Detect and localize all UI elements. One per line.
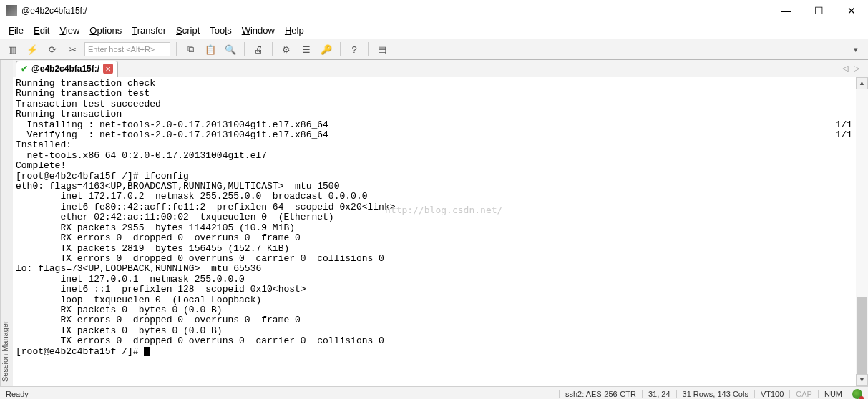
paste-icon[interactable]: 📋 <box>203 41 218 57</box>
terminal-line: TX packets 2819 bytes 156455 (152.7 KiB) <box>16 244 865 254</box>
status-cipher: ssh2: AES-256-CTR <box>559 390 642 398</box>
window-title: @e4b2c4bfa15f:/ <box>21 6 769 16</box>
menu-bar: File Edit View Options Transfer Script T… <box>0 21 868 39</box>
menu-window[interactable]: Window <box>242 25 275 36</box>
main-panel: ✔ @e4b2c4bfa15f:/ ✕ ◁ ▷ Running transact… <box>13 60 868 386</box>
reconnect-icon[interactable]: ⟳ <box>44 41 60 57</box>
divider <box>340 42 341 56</box>
menu-tools[interactable]: Tools <box>210 25 231 36</box>
menu-options[interactable]: Options <box>89 25 122 36</box>
status-num: NUM <box>818 390 848 398</box>
find-icon[interactable]: 🔍 <box>223 41 238 57</box>
terminal-line: TX packets 0 bytes 0 (0.0 B) <box>16 326 865 336</box>
menu-script[interactable]: Script <box>176 25 200 36</box>
scroll-up-button[interactable]: ▲ <box>856 77 868 89</box>
divider <box>244 42 245 56</box>
host-input[interactable]: Enter host <Alt+R> <box>84 42 170 56</box>
status-cap: CAP <box>789 390 818 398</box>
minimize-button[interactable]: — <box>769 0 802 21</box>
tab-close-button[interactable]: ✕ <box>103 64 113 74</box>
toolbar: ▥ ⚡ ⟳ ✂ Enter host <Alt+R> ⧉ 📋 🔍 🖨 ⚙ ☰ 🔑… <box>0 39 868 60</box>
scrollbar-thumb[interactable] <box>857 297 867 375</box>
scrollbar-track[interactable] <box>856 89 868 374</box>
divider <box>176 42 177 56</box>
terminal-line: ether 02:42:ac:11:00:02 txqueuelen 0 (Et… <box>16 212 865 222</box>
status-ready: Ready <box>6 390 559 398</box>
terminal-line: Verifying : net-tools-2.0-0.17.20131004g… <box>16 130 865 140</box>
terminal-line: RX packets 0 bytes 0 (0.0 B) <box>16 305 865 315</box>
terminal-line: inet 127.0.0.1 netmask 255.0.0.0 <box>16 275 865 285</box>
tab-prev-icon[interactable]: ◁ <box>842 64 848 73</box>
divider <box>368 42 369 56</box>
terminal-line: [root@e4b2c4bfa15f /]# ifconfig <box>16 172 865 182</box>
help-icon[interactable]: ? <box>346 41 362 57</box>
scroll-down-button[interactable]: ▼ <box>856 374 868 386</box>
status-bar: Ready ssh2: AES-256-CTR 31, 24 31 Rows, … <box>0 386 868 399</box>
terminal-line: loop txqueuelen 0 (Local Loopback) <box>16 295 865 305</box>
title-bar: @e4b2c4bfa15f:/ — ☐ ✕ <box>0 0 868 21</box>
terminal-line: inet6 fe80::42:acff:fe11:2 prefixlen 64 … <box>16 202 865 212</box>
terminal-line: TX errors 0 dropped 0 overruns 0 carrier… <box>16 336 865 346</box>
menu-help[interactable]: Help <box>285 25 304 36</box>
terminal-line: TX errors 0 dropped 0 overruns 0 carrier… <box>16 254 865 264</box>
properties-icon[interactable]: ☰ <box>298 41 314 57</box>
status-size: 31 Rows, 143 Cols <box>676 390 754 398</box>
tab-nav: ◁ ▷ <box>842 64 865 73</box>
terminal-line: RX errors 0 dropped 0 overruns 0 frame 0 <box>16 233 865 243</box>
toolbar-overflow-icon[interactable]: ▾ <box>854 45 864 54</box>
status-term: VT100 <box>754 390 789 398</box>
menu-transfer[interactable]: Transfer <box>132 25 166 36</box>
maximize-button[interactable]: ☐ <box>802 0 835 21</box>
terminal-line: RX packets 2955 bytes 11442105 (10.9 MiB… <box>16 223 865 233</box>
terminal-line: lo: flags=73<UP,LOOPBACK,RUNNING> mtu 65… <box>16 264 865 274</box>
tab-label: @e4b2c4bfa15f:/ <box>31 64 99 74</box>
menu-view[interactable]: View <box>59 25 79 36</box>
session-tab[interactable]: ✔ @e4b2c4bfa15f:/ ✕ <box>16 61 118 77</box>
script-icon[interactable]: ▤ <box>374 41 390 57</box>
tab-next-icon[interactable]: ▷ <box>854 64 859 73</box>
terminal-line: net-tools.x86_64 0:2.0-0.17.20131004git.… <box>16 151 865 161</box>
session-icon[interactable]: ▥ <box>4 41 20 57</box>
terminal-line: RX errors 0 dropped 0 overruns 0 frame 0 <box>16 315 865 325</box>
key-icon[interactable]: 🔑 <box>318 41 334 57</box>
record-icon <box>852 389 862 399</box>
terminal-line: Running transaction <box>16 109 865 119</box>
terminal-line: Complete! <box>16 161 865 171</box>
app-icon <box>6 5 17 16</box>
terminal-line: eth0: flags=4163<UP,BROADCAST,RUNNING,MU… <box>16 182 865 192</box>
menu-edit[interactable]: Edit <box>34 25 49 36</box>
copy-icon[interactable]: ⧉ <box>182 41 198 57</box>
terminal-line: Running transaction check <box>16 79 865 89</box>
terminal-line: Running transaction test <box>16 89 865 99</box>
divider <box>272 42 273 56</box>
connected-icon: ✔ <box>21 64 28 74</box>
terminal-line: Installed: <box>16 140 865 150</box>
terminal-line: inet 172.17.0.2 netmask 255.255.0.0 broa… <box>16 192 865 202</box>
settings-icon[interactable]: ⚙ <box>278 41 294 57</box>
quick-connect-icon[interactable]: ⚡ <box>24 41 40 57</box>
terminal-line: inet6 ::1 prefixlen 128 scopeid 0x10<hos… <box>16 285 865 295</box>
menu-file[interactable]: File <box>9 25 24 36</box>
print-icon[interactable]: 🖨 <box>250 41 266 57</box>
tab-bar: ✔ @e4b2c4bfa15f:/ ✕ ◁ ▷ <box>13 60 868 77</box>
close-button[interactable]: ✕ <box>835 0 868 21</box>
terminal-line: Installing : net-tools-2.0-0.17.20131004… <box>16 120 865 130</box>
status-cursor: 31, 24 <box>642 390 676 398</box>
terminal-line: [root@e4b2c4bfa15f /]# <box>16 347 865 357</box>
content-area: Session Manager ✔ @e4b2c4bfa15f:/ ✕ ◁ ▷ … <box>0 60 868 386</box>
disconnect-icon[interactable]: ✂ <box>64 41 80 57</box>
terminal-line: Transaction test succeeded <box>16 99 865 109</box>
session-manager-sidebar[interactable]: Session Manager <box>0 60 13 386</box>
terminal[interactable]: Running transaction checkRunning transac… <box>13 77 868 386</box>
